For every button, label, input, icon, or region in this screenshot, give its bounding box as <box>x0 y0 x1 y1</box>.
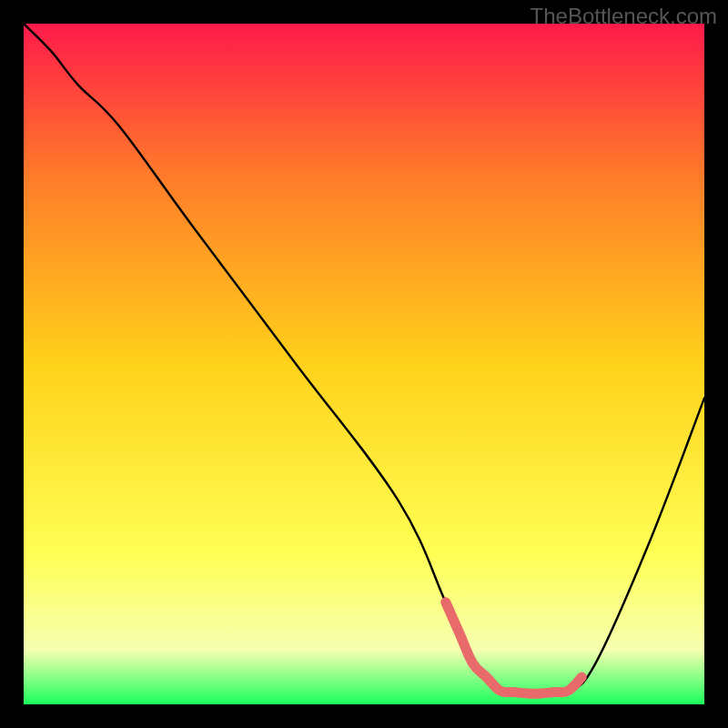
watermark-text: TheBottleneck.com <box>531 4 717 29</box>
plot-area <box>24 24 704 704</box>
chart-container: TheBottleneck.com <box>0 0 728 728</box>
chart-svg <box>24 24 704 704</box>
gradient-bg <box>24 24 704 704</box>
